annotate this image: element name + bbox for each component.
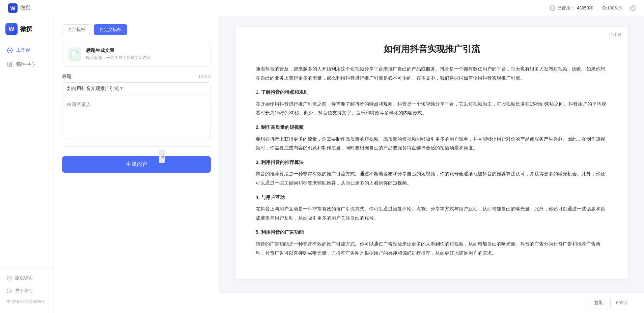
para-3: 抖音的推荐算法是一种非常有效的推广引流方式。通过不断地发布和分享自己的短视频，你… bbox=[256, 169, 608, 187]
template-card-title: 标题生成文章 bbox=[86, 48, 205, 54]
generate-button[interactable]: 生成内容 bbox=[62, 156, 211, 173]
icp-text: 粤ICP备2022016846号 bbox=[0, 297, 54, 306]
sidebar-item-drafts[interactable]: 稿件中心 bbox=[0, 57, 54, 72]
title-char-count: 12/100 bbox=[198, 74, 211, 79]
logo-icon: W bbox=[8, 3, 18, 13]
template-card-body: 标题生成文章 输入标题，一键生成高质量文章内容 bbox=[86, 48, 205, 61]
sidebar-label-drafts: 稿件中心 bbox=[16, 61, 35, 67]
word-count: 693字 bbox=[616, 300, 628, 306]
heading-2: 2. 制作高质量的短视频 bbox=[256, 123, 608, 132]
template-card[interactable]: 📄 标题生成文章 输入标题，一键生成高质量文章内容 bbox=[62, 42, 211, 67]
app-name: 微撰 bbox=[20, 5, 30, 11]
usage-label-box: 已使用： 43953字 bbox=[550, 5, 593, 11]
filter-all[interactable]: 全部模板 bbox=[62, 24, 91, 35]
form-divider bbox=[62, 146, 211, 147]
power-icon[interactable] bbox=[630, 5, 636, 11]
template-card-desc: 输入标题，一键生成高质量文章内容 bbox=[86, 55, 205, 61]
para-1: 在开始使用抖音进行推广引流之前，你需要了解抖音的特点和规则。抖音是一个短视频分享… bbox=[256, 99, 608, 117]
para-intro: 随着抖音的普及，越来越多的人开始利用这个短视频分享平台来推广自己的产品或服务。抖… bbox=[256, 64, 608, 82]
sidebar-bottom: © 版权说明 i 关于我们 粤ICP备2022016846号 bbox=[0, 267, 54, 306]
para-4: 在抖音上与用户互动是一种非常有效的推广引流方式。你可以通过回复评论、点赞、分享等… bbox=[256, 204, 608, 222]
topbar: W 微撰 已使用： 43953字 ID:100519 bbox=[0, 0, 644, 16]
title-input[interactable] bbox=[62, 82, 211, 95]
title-label-row: 标题 12/100 bbox=[62, 74, 211, 80]
sidebar-item-workbench[interactable]: 工作台 bbox=[0, 43, 54, 57]
copy-button[interactable]: 复制 bbox=[587, 297, 611, 309]
article-body: 随着抖音的普及，越来越多的人开始利用这个短视频分享平台来推广自己的产品或服务。抖… bbox=[256, 64, 608, 257]
heading-1: 1. 了解抖音的特点和规则 bbox=[256, 88, 608, 97]
logo-text: 微撰 bbox=[20, 25, 32, 33]
para-5: 抖音的广告功能是一种非常有效的推广引流方式。你可以通过广告投放来让更多的人看到你… bbox=[256, 239, 608, 257]
para-2: 要想在抖音上获得更多的流量，你需要制作高质量的短视频。高质量的短视频能够吸引更多… bbox=[256, 135, 608, 152]
heading-3: 3. 利用抖音的推荐算法 bbox=[256, 158, 608, 167]
usage-value: 43953字 bbox=[577, 5, 593, 11]
sidebar-label-workbench: 工作台 bbox=[16, 47, 30, 53]
usage-info: 已使用： 43953字 ID:100519 bbox=[550, 5, 636, 11]
user-id: ID:100519 bbox=[601, 5, 622, 10]
collapse-arrow[interactable]: ◀ bbox=[159, 150, 165, 163]
about-label: 关于我们 bbox=[15, 288, 33, 294]
sidebar-item-about[interactable]: i 关于我们 bbox=[0, 284, 54, 297]
right-panel: 11/109 如何用抖音实现推广引流 随着抖音的普及，越来越多的人开始利用这个短… bbox=[219, 16, 644, 313]
sidebar: W 微撰 工作台 稿件中心 © 版权说明 i 关于我们 粤IC bbox=[0, 16, 54, 313]
preview-paper: 11/109 如何用抖音实现推广引流 随着抖音的普及，越来越多的人开始利用这个短… bbox=[235, 27, 628, 279]
heading-5: 5. 利用抖音的广告功能 bbox=[256, 228, 608, 237]
article-title: 如何用抖音实现推广引流 bbox=[256, 43, 608, 55]
drafts-icon bbox=[7, 61, 13, 67]
document-icon bbox=[550, 5, 555, 11]
left-panel: 全部模板 自定义模板 📄 标题生成文章 输入标题，一键生成高质量文章内容 标题 … bbox=[54, 16, 219, 313]
form-section: 标题 12/100 bbox=[62, 74, 211, 140]
usage-label: 已使用： bbox=[557, 5, 575, 11]
logo-w: W bbox=[5, 23, 18, 35]
content-textarea[interactable] bbox=[62, 98, 211, 138]
preview-container: 11/109 如何用抖音实现推广引流 随着抖音的普及，越来越多的人开始利用这个短… bbox=[219, 16, 644, 292]
svg-point-9 bbox=[9, 50, 11, 51]
filter-bar: 全部模板 自定义模板 bbox=[62, 24, 211, 35]
filter-custom[interactable]: 自定义模板 bbox=[94, 24, 127, 35]
copyright-icon: © bbox=[7, 276, 12, 281]
info-icon: i bbox=[7, 288, 12, 293]
workbench-icon bbox=[7, 47, 13, 53]
preview-bottom-bar: 复制 693字 bbox=[219, 292, 644, 313]
copyright-label: 版权说明 bbox=[15, 275, 33, 281]
heading-4: 4. 与用户互动 bbox=[256, 193, 608, 202]
svg-text:W: W bbox=[10, 6, 16, 11]
svg-text:i: i bbox=[9, 289, 9, 293]
svg-text:©: © bbox=[8, 277, 10, 280]
page-number: 11/109 bbox=[609, 32, 621, 37]
title-form-label: 标题 bbox=[62, 74, 72, 80]
template-card-icon: 📄 bbox=[68, 48, 81, 61]
sidebar-item-copyright[interactable]: © 版权说明 bbox=[0, 272, 54, 284]
sidebar-logo: W 微撰 bbox=[0, 23, 54, 43]
